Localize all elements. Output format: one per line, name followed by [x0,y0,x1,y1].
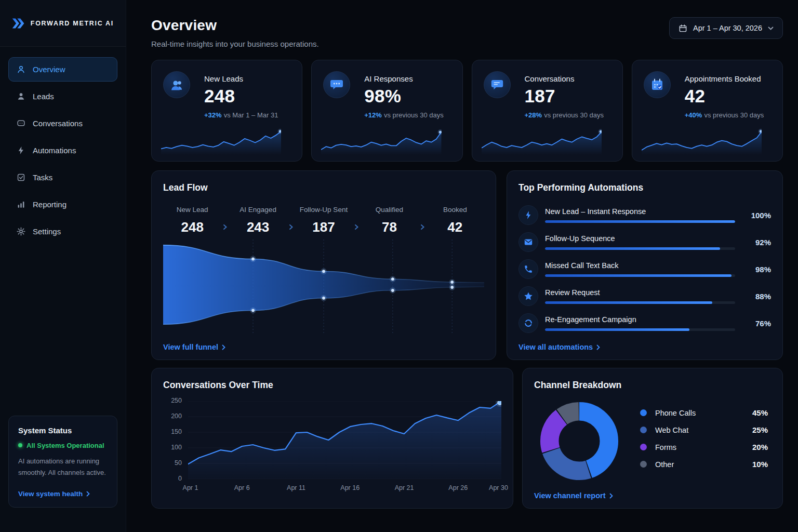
progress-track [545,220,735,223]
kpi-card-appointments: Appointments Booked 42 +40%vs previous 3… [632,60,783,162]
progress-fill [545,220,735,223]
sidebar-item-settings[interactable]: Settings [8,219,117,244]
automation-pct: 92% [742,238,771,247]
system-status-line: All Systems Operational [18,442,108,449]
sidebar-item-automations[interactable]: Automations [8,138,117,163]
chat-icon [16,118,26,128]
legend-swatch [640,409,647,416]
funnel-stage: Booked 42 [426,206,484,235]
progress-track [545,301,735,304]
legend-swatch [640,461,647,468]
view-system-health-link[interactable]: View system health [18,490,108,498]
funnel-stage: AI Engaged 243 [229,206,287,235]
view-all-automations-link[interactable]: View all automations [518,343,600,351]
x-axis: Apr 1 Apr 6 Apr 11 Apr 16 Apr 21 Apr 26 … [188,484,501,497]
progress-track [545,328,735,331]
kpi-card-conversations: Conversations 187 +28%vs previous 30 day… [472,60,623,162]
kpi-label: Appointments Booked [685,60,782,83]
bar-chart-icon [16,200,26,209]
legend-item: Phone Calls 45% [640,404,768,421]
page-title: Overview [151,17,319,34]
sidebar-item-reporting[interactable]: Reporting [8,192,117,217]
automation-pct: 76% [742,319,771,328]
automation-row: Re-Engagement Campaign 76% [518,310,771,337]
donut-legend: Phone Calls 45% Web Chat 25% Forms 20% [640,404,768,482]
bolt-icon [16,145,26,155]
progress-fill [545,274,732,277]
chevron-right-icon [222,344,225,350]
plot-area [188,401,501,479]
funnel-stage: Follow-Up Sent 187 [295,206,353,235]
funnel-stages: New Lead 248 AI Engaged 243 Follow-Up Se… [163,206,484,235]
calendar-icon [679,24,687,33]
legend-item: Other 10% [640,456,768,473]
kpi-sparkline [321,127,441,155]
stage-arrow-icon [287,223,295,231]
automations-title: Top Performing Automations [518,182,771,193]
kpi-card-new-leads: New Leads 248 +32%vs Mar 1 – Mar 31 [151,60,302,162]
check-square-icon [16,172,26,182]
progress-fill [545,328,689,331]
stage-arrow-icon [419,223,426,231]
kpi-delta: +12%vs previous 30 days [364,111,462,119]
bolt-icon [518,205,538,225]
sidebar-item-label: Tasks [33,173,52,182]
line-chart: 250 200 150 100 50 0 Apr 1 Apr [163,401,501,497]
legend-item: Web Chat 25% [640,421,768,438]
sidebar-item-label: Overview [33,65,65,74]
automation-pct: 88% [742,292,771,301]
sidebar-item-label: Conversations [33,119,83,128]
automation-pct: 100% [742,211,771,220]
gear-icon [16,227,26,236]
app-window: FORWARD METRIC AI Overview Leads Convers… [0,0,798,532]
calendar-check-icon [644,71,671,98]
date-range-picker[interactable]: Apr 1 – Apr 30, 2026 [669,17,783,39]
sidebar-item-tasks[interactable]: Tasks [8,165,117,190]
kpi-value: 42 [685,86,782,107]
chat-lines-icon [484,71,511,98]
lead-flow-card: Lead Flow New Lead 248 AI Engaged 243 Fo… [151,170,496,360]
kpi-delta: +40%vs previous 30 days [685,111,782,119]
channel-breakdown-title: Channel Breakdown [534,380,771,391]
kpi-sparkline [642,127,762,155]
sidebar-item-label: Automations [33,146,76,155]
legend-item: Forms 20% [640,438,768,456]
date-range-value: Apr 1 – Apr 30, 2026 [693,24,762,32]
kpi-delta: +28%vs previous 30 days [525,111,622,119]
system-status-description: AI automations are running smoothly. All… [18,456,108,478]
sidebar-item-overview[interactable]: Overview [8,57,117,82]
star-icon [518,286,538,306]
stage-arrow-icon [221,223,229,231]
kpi-value: 248 [204,86,302,107]
kpi-value: 187 [525,86,622,107]
conversations-chart-card: Conversations Over Time 250 200 150 100 … [151,368,513,509]
sidebar-item-label: Leads [33,92,54,101]
chevron-right-icon [596,344,600,350]
kpi-label: New Leads [204,60,302,83]
view-channel-report-link[interactable]: View channel report [534,491,613,500]
brand: FORWARD METRIC AI [0,0,126,47]
funnel-stage: Qualified 78 [360,206,418,235]
kpi-sparkline [482,127,602,155]
kpi-row: New Leads 248 +32%vs Mar 1 – Mar 31 AI R… [151,60,783,162]
automation-row: Follow-Up Sequence 92% [518,229,771,256]
sidebar-item-label: Settings [33,227,61,236]
chevron-right-icon [609,493,613,499]
funnel-stage: New Lead 248 [163,206,221,235]
progress-fill [545,301,712,304]
view-full-funnel-link[interactable]: View full funnel [163,343,225,351]
system-status-title: System Status [18,426,108,435]
kpi-sparkline [161,127,281,155]
kpi-label: AI Responses [364,60,462,83]
channel-breakdown-card: Channel Breakdown Phone Calls 45% Web Ch… [522,368,783,509]
sidebar-item-leads[interactable]: Leads [8,84,117,109]
status-dot-icon [18,443,22,447]
automation-list: New Lead – Instant Response 100% Follow-… [518,202,771,337]
lead-flow-title: Lead Flow [163,182,484,193]
sidebar-item-label: Reporting [33,200,66,209]
kpi-value: 98% [364,86,462,107]
stage-arrow-icon [353,223,360,231]
sidebar-item-conversations[interactable]: Conversations [8,111,117,136]
person-icon [16,91,26,101]
main-content: Overview Real-time insights into your bu… [126,0,798,532]
